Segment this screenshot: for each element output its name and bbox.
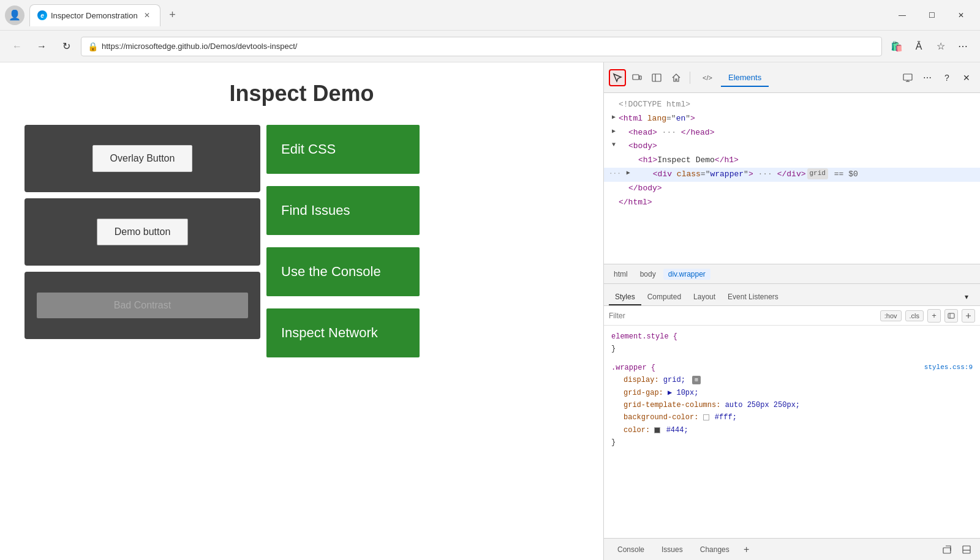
tab-close-button[interactable]: ✕ bbox=[141, 10, 153, 21]
background-color-prop: background-color: #fff; bbox=[611, 411, 973, 424]
html-expand[interactable]: ▶ bbox=[609, 113, 619, 122]
issues-bottom-tab[interactable]: Issues bbox=[653, 542, 692, 558]
grid-gap-prop: grid-gap: ▶ 10px; bbox=[611, 387, 973, 399]
maximize-button[interactable]: ☐ bbox=[918, 6, 946, 25]
back-button[interactable]: ← bbox=[7, 37, 27, 56]
styles-chevron-down[interactable]: ▾ bbox=[958, 288, 975, 305]
styles-css-link[interactable]: styles.css:9 bbox=[924, 362, 973, 373]
h1-expand bbox=[609, 154, 619, 164]
profile-icon[interactable]: 👤 bbox=[5, 6, 24, 25]
devtools-screencast-icon[interactable] bbox=[899, 69, 916, 86]
browser-favorite-icon[interactable]: ☆ bbox=[931, 37, 951, 56]
add-style-rule-button[interactable]: + bbox=[927, 309, 941, 323]
new-style-rule-button[interactable] bbox=[962, 309, 975, 323]
devtools-close-button[interactable]: ✕ bbox=[958, 69, 975, 86]
grid-visual-icon[interactable]: ⊞ bbox=[692, 376, 701, 384]
grid-badge: grid bbox=[807, 168, 828, 179]
head-expand[interactable]: ▶ bbox=[609, 127, 619, 136]
wrapper-selector: .wrapper { bbox=[611, 364, 655, 372]
devtools-tabs: </> Elements bbox=[695, 69, 897, 87]
head-tag: <head> bbox=[628, 127, 657, 140]
browser-menu-icon[interactable]: ⋯ bbox=[953, 37, 973, 56]
tab-computed[interactable]: Computed bbox=[641, 289, 687, 305]
bg-color-swatch[interactable] bbox=[703, 414, 709, 420]
new-tab-button[interactable]: + bbox=[163, 6, 183, 25]
edit-css-button[interactable]: Edit CSS bbox=[266, 125, 420, 174]
filter-input[interactable] bbox=[609, 312, 876, 320]
webpage: Inspect Demo Overlay Button Demo button … bbox=[0, 62, 603, 560]
cls-filter-button[interactable]: .cls bbox=[905, 310, 924, 321]
add-bottom-tab-button[interactable]: + bbox=[738, 541, 755, 558]
color-prop: color: #444; bbox=[611, 424, 973, 436]
browser-wallet-icon[interactable]: 🛍️ bbox=[887, 37, 907, 56]
html-open-line[interactable]: ▶ <html lang="en" > bbox=[604, 112, 980, 126]
title-bar: 👤 Inspector Demonstration ✕ + — ☐ ✕ bbox=[0, 0, 980, 31]
devtools-help-button[interactable]: ? bbox=[938, 69, 956, 86]
browser-font-icon[interactable]: Ā bbox=[909, 37, 929, 56]
html-body-close-line: </body> bbox=[604, 182, 980, 196]
bad-contrast-card: Bad Contrast bbox=[24, 272, 260, 339]
sidebar-toggle-button[interactable] bbox=[648, 69, 665, 86]
inspect-element-button[interactable] bbox=[609, 69, 626, 86]
minimize-button[interactable]: — bbox=[888, 6, 916, 25]
overlay-button[interactable]: Overlay Button bbox=[92, 145, 193, 172]
styles-filter-bar: :hov .cls + bbox=[604, 306, 980, 326]
lock-icon: 🔒 bbox=[88, 42, 98, 51]
tab-title: Inspector Demonstration bbox=[51, 11, 138, 20]
svg-rect-5 bbox=[903, 74, 912, 80]
body-expand[interactable]: ▼ bbox=[609, 140, 619, 150]
changes-bottom-tab[interactable]: Changes bbox=[692, 542, 738, 558]
devtools-panel: </> Elements ⋯ ? ✕ bbox=[603, 62, 980, 560]
line-dots[interactable]: ··· bbox=[609, 168, 621, 179]
styles-tabs: Styles Computed Layout Event Listeners ▾ bbox=[604, 284, 980, 306]
dollar-zero: $0 bbox=[848, 168, 858, 181]
devtools-more-button[interactable]: ⋯ bbox=[919, 69, 936, 86]
color-swatch[interactable] bbox=[654, 427, 660, 433]
refresh-button[interactable]: ↻ bbox=[56, 37, 76, 56]
html-panel: <!DOCTYPE html> ▶ <html lang="en" > ▶ <h… bbox=[604, 93, 980, 264]
devtools-toolbar: </> Elements ⋯ ? ✕ bbox=[604, 62, 980, 93]
breadcrumb-div-wrapper[interactable]: div.wrapper bbox=[663, 269, 710, 280]
tab-event-listeners[interactable]: Event Listeners bbox=[722, 289, 785, 305]
window-controls: — ☐ ✕ bbox=[888, 6, 975, 25]
dock-button[interactable] bbox=[958, 541, 975, 558]
hov-filter-button[interactable]: :hov bbox=[880, 310, 902, 321]
content-area: Inspect Demo Overlay Button Demo button … bbox=[0, 62, 980, 560]
html-body-line[interactable]: ▼ <body> bbox=[604, 140, 980, 154]
devtools-styles-panel: Styles Computed Layout Event Listeners ▾… bbox=[604, 284, 980, 560]
use-console-button[interactable]: Use the Console bbox=[266, 247, 420, 296]
demo-button[interactable]: Demo button bbox=[97, 218, 189, 245]
devtools-bottom-tabs: Console Issues Changes + bbox=[604, 538, 980, 560]
tab-layout[interactable]: Layout bbox=[687, 289, 722, 305]
close-button[interactable]: ✕ bbox=[947, 6, 975, 25]
svg-rect-0 bbox=[633, 75, 639, 80]
active-tab[interactable]: Inspector Demonstration ✕ bbox=[29, 4, 160, 26]
wrapper-rule-close: } bbox=[611, 438, 616, 447]
tab-styles[interactable]: Styles bbox=[609, 289, 641, 305]
find-issues-button[interactable]: Find Issues bbox=[266, 186, 420, 235]
breadcrumb-html[interactable]: html bbox=[609, 269, 633, 280]
undock-button[interactable] bbox=[938, 541, 956, 558]
doctype-expand bbox=[609, 99, 619, 108]
console-bottom-tab[interactable]: Console bbox=[609, 542, 653, 558]
element-style-close: } bbox=[611, 345, 616, 353]
tab-elements[interactable]: Elements bbox=[721, 69, 769, 87]
html-div-wrapper-line[interactable]: ··· ▶ <div class="wrapper" > ··· </div> … bbox=[604, 168, 980, 182]
inspect-network-button[interactable]: Inspect Network bbox=[266, 308, 420, 357]
bad-contrast-button[interactable]: Bad Contrast bbox=[37, 293, 248, 318]
svg-rect-8 bbox=[948, 313, 954, 318]
wrapper-expand[interactable]: ▶ bbox=[624, 168, 633, 178]
svg-rect-2 bbox=[652, 74, 661, 81]
toggle-element-state-button[interactable] bbox=[944, 309, 958, 323]
device-emulation-button[interactable] bbox=[628, 69, 646, 86]
forward-button[interactable]: → bbox=[32, 37, 51, 56]
url-bar[interactable]: 🔒 https://microsoftedge.github.io/Demos/… bbox=[81, 37, 882, 56]
breadcrumb-body[interactable]: body bbox=[635, 269, 661, 280]
home-button[interactable] bbox=[668, 69, 685, 86]
green-buttons-column: Edit CSS Find Issues Use the Console Ins… bbox=[266, 125, 420, 357]
tab-bar: Inspector Demonstration ✕ + bbox=[29, 4, 888, 26]
html-head-line[interactable]: ▶ <head> ··· </head> bbox=[604, 126, 980, 140]
devtools-breadcrumb: html body div.wrapper bbox=[604, 264, 980, 284]
element-style-selector: element.style { bbox=[611, 332, 677, 341]
tab-console-top[interactable]: </> bbox=[695, 69, 721, 87]
